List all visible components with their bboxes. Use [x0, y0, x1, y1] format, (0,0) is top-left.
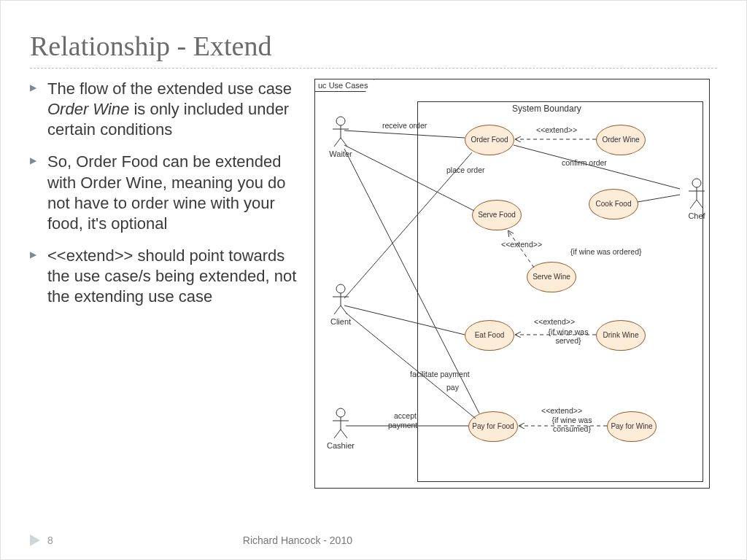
bullet-text: <<extend>> should point towards the use …: [47, 246, 296, 306]
bullet-text-em: Order Wine: [47, 100, 129, 118]
actor-cashier: Cashier: [322, 408, 359, 450]
bullet-item: So, Order Food can be extended with Orde…: [30, 152, 300, 234]
actor-client: Client: [322, 284, 359, 326]
edge-label-guard-ordered: {if wine was ordered}: [570, 247, 641, 256]
svg-point-0: [336, 117, 345, 125]
svg-point-10: [336, 408, 345, 417]
diagram-frame: uc Use Cases System Boundary Waiter Clie…: [314, 79, 710, 489]
usecase-pay-for-food: Pay for Food: [468, 411, 518, 442]
edge-label-extend: <<extend>>: [534, 317, 575, 326]
actor-label: Cashier: [322, 441, 359, 450]
bullet-text: So, Order Food can be extended with Orde…: [47, 152, 286, 232]
content-row: The flow of the extended use case Order …: [30, 79, 717, 489]
page-number: 8: [47, 534, 53, 546]
bullet-list: The flow of the extended use case Order …: [30, 79, 300, 308]
svg-line-8: [334, 306, 341, 314]
edge-label-extend: <<extend>>: [541, 406, 582, 415]
frame-label: uc Use Cases: [314, 79, 374, 92]
usecase-order-food: Order Food: [465, 125, 514, 155]
actor-chef: Chef: [678, 178, 715, 220]
usecase-order-wine: Order Wine: [596, 125, 646, 155]
actor-label: Client: [322, 317, 359, 326]
bullet-column: The flow of the extended use case Order …: [30, 79, 300, 489]
edge-label-confirm-order: confirm order: [562, 158, 607, 167]
usecase-eat-food: Eat Food: [465, 320, 514, 351]
svg-point-5: [336, 284, 345, 293]
chevron-right-icon: [30, 534, 40, 546]
svg-line-18: [690, 200, 697, 209]
footer: 8 Richard Hancock - 2010: [1, 534, 746, 546]
attribution: Richard Hancock - 2010: [243, 534, 352, 546]
stick-figure-icon: [686, 178, 708, 210]
edge-label-receive-order: receive order: [382, 121, 427, 130]
actor-label: Chef: [678, 211, 715, 220]
edge-label-place-order: place order: [446, 166, 485, 174]
edge-label-facilitate-payment: facilitate payment: [410, 370, 470, 378]
actor-label: Waiter: [322, 149, 359, 158]
actor-waiter: Waiter: [322, 116, 359, 158]
edge-label-guard-consumed: {if wine was consumed}: [543, 416, 601, 433]
edge-label-accept: accept: [394, 411, 417, 420]
diagram-column: uc Use Cases System Boundary Waiter Clie…: [314, 79, 717, 489]
edge-label-pay: pay: [446, 383, 459, 392]
svg-line-9: [341, 306, 347, 314]
bullet-text-pre: The flow of the extended use case: [47, 79, 292, 98]
bullet-item: <<extend>> should point towards the use …: [30, 246, 300, 307]
usecase-pay-for-wine: Pay for Wine: [607, 411, 657, 442]
stick-figure-icon: [330, 284, 352, 316]
stick-figure-icon: [330, 116, 352, 148]
slide-title: Relationship - Extend: [30, 30, 717, 62]
svg-line-3: [334, 138, 341, 147]
edge-label-extend: <<extend>>: [501, 240, 542, 249]
system-boundary-label: System Boundary: [512, 104, 581, 114]
edge-label-payment: payment: [388, 421, 417, 429]
svg-line-19: [697, 200, 703, 209]
usecase-cook-food: Cook Food: [589, 189, 638, 219]
edge-label-extend: <<extend>>: [536, 125, 577, 134]
title-divider: [30, 68, 717, 69]
usecase-drink-wine: Drink Wine: [596, 320, 646, 351]
bullet-item: The flow of the extended use case Order …: [30, 79, 300, 140]
usecase-serve-food: Serve Food: [472, 200, 522, 230]
svg-line-4: [341, 138, 347, 147]
stick-figure-icon: [330, 408, 352, 440]
svg-line-14: [341, 429, 347, 438]
edge-label-guard-served: {if wine was served}: [543, 327, 594, 345]
slide: Relationship - Extend The flow of the ex…: [0, 0, 747, 560]
usecase-serve-wine: Serve Wine: [527, 262, 576, 292]
svg-point-15: [692, 179, 701, 187]
svg-line-13: [334, 429, 341, 438]
